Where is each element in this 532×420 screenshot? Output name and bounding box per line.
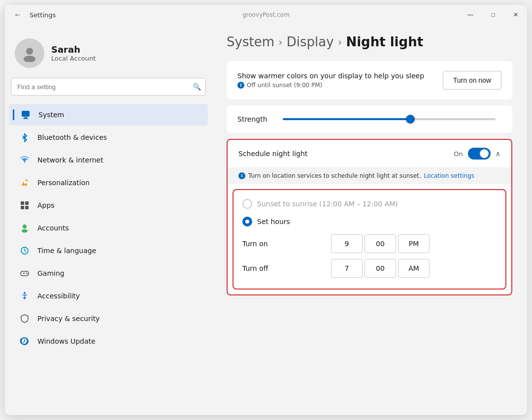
schedule-title: Schedule night light (238, 150, 307, 158)
sidebar-item-accessibility[interactable]: Accessibility (9, 285, 208, 307)
slider-thumb[interactable] (406, 115, 415, 124)
night-light-status: i Off until sunset (9:00 PM) (237, 82, 424, 89)
location-settings-link[interactable]: Location settings (424, 172, 474, 179)
turn-off-minute[interactable]: 00 (365, 259, 396, 278)
svg-point-5 (24, 162, 26, 163)
sidebar-item-label-personalization: Personalization (37, 179, 90, 187)
breadcrumb-current: Night light (346, 34, 423, 49)
night-light-status-text: Off until sunset (9:00 PM) (247, 82, 322, 89)
turn-off-time-row: Turn off 7 00 AM (242, 259, 497, 278)
turn-on-minute[interactable]: 00 (365, 234, 396, 253)
user-info: Sarah Local Account (51, 44, 96, 62)
user-name: Sarah (51, 44, 96, 55)
sidebar-item-windowsupdate[interactable]: Windows Update (9, 330, 208, 352)
svg-point-11 (23, 225, 27, 228)
turn-off-label: Turn off (242, 264, 282, 272)
sidebar-item-apps[interactable]: Apps (9, 194, 208, 216)
sidebar-item-gaming[interactable]: Gaming (9, 262, 208, 284)
sunset-radio[interactable] (242, 199, 252, 209)
svg-rect-10 (25, 206, 29, 209)
breadcrumb-sep2: › (338, 36, 342, 48)
accounts-icon (19, 222, 31, 234)
sidebar-item-label-windowsupdate: Windows Update (37, 337, 96, 345)
schedule-card: Schedule night light On ∧ i Turn on loca… (227, 139, 512, 295)
night-light-title: Show warmer colors on your display to he… (237, 72, 424, 80)
turn-off-time-inputs: 7 00 AM (331, 259, 430, 278)
toggle-thumb (480, 149, 489, 158)
privacy-icon (19, 313, 31, 324)
sidebar-item-network[interactable]: Network & internet (9, 149, 208, 171)
strength-row: Strength (237, 115, 501, 123)
turn-on-label: Turn on (242, 240, 282, 248)
sidebar-item-privacy[interactable]: Privacy & security (9, 308, 208, 329)
window-controls: — □ ✕ (459, 7, 527, 23)
back-button[interactable]: ← (11, 8, 25, 22)
time-icon (19, 245, 31, 257)
strength-card: Strength (227, 105, 512, 133)
location-notice-text: Turn on location services to schedule ni… (248, 172, 421, 179)
watermark: groovyPost.com (242, 11, 290, 18)
search-input[interactable] (11, 78, 206, 96)
svg-rect-4 (23, 118, 28, 119)
system-icon (20, 109, 32, 121)
schedule-status-label: On (454, 150, 463, 158)
search-container: 🔍 (11, 78, 206, 96)
sidebar-item-bluetooth[interactable]: Bluetooth & devices (9, 127, 208, 148)
turn-off-hour[interactable]: 7 (331, 259, 363, 278)
gaming-icon (19, 267, 31, 279)
turn-on-now-button[interactable]: Turn on now (443, 71, 501, 90)
sidebar-item-personalization[interactable]: Personalization (9, 172, 208, 194)
svg-rect-8 (25, 201, 29, 205)
search-icon: 🔍 (193, 83, 201, 91)
schedule-toggle[interactable] (468, 148, 491, 160)
bluetooth-icon (19, 131, 31, 143)
sidebar: Sarah Local Account 🔍 System (5, 25, 212, 415)
titlebar-left: ← Settings (11, 8, 56, 22)
svg-point-16 (27, 273, 28, 274)
hours-options-card: Sunset to sunrise (12:00 AM – 12:00 AM) … (233, 189, 506, 290)
location-notice: i Turn on location services to schedule … (228, 167, 511, 184)
svg-point-6 (26, 179, 28, 181)
personalization-icon (19, 177, 31, 189)
turn-off-ampm[interactable]: AM (398, 259, 430, 278)
svg-point-15 (26, 273, 27, 274)
chevron-up-icon[interactable]: ∧ (496, 150, 500, 158)
night-light-description: Show warmer colors on your display to he… (237, 72, 424, 89)
apps-icon (19, 199, 31, 211)
turn-on-hour[interactable]: 9 (331, 234, 363, 253)
set-hours-radio[interactable] (242, 217, 252, 226)
main-layout: Sarah Local Account 🔍 System (5, 25, 527, 415)
maximize-button[interactable]: □ (482, 7, 504, 23)
accessibility-icon (19, 290, 31, 302)
avatar (15, 38, 44, 68)
breadcrumb: System › Display › Night light (227, 34, 512, 49)
schedule-right: On ∧ (454, 148, 500, 160)
minimize-button[interactable]: — (459, 7, 482, 23)
sidebar-item-label-system: System (38, 111, 64, 119)
sunset-option-row: Sunset to sunrise (12:00 AM – 12:00 AM) (242, 199, 497, 209)
app-title: Settings (30, 11, 56, 19)
svg-point-1 (24, 56, 35, 62)
sidebar-item-accounts[interactable]: Accounts (9, 217, 208, 239)
network-icon (19, 154, 31, 166)
sidebar-item-label-time: Time & language (37, 247, 96, 255)
user-profile: Sarah Local Account (5, 32, 212, 78)
turn-on-time-row: Turn on 9 00 PM (242, 234, 497, 253)
night-light-card: Show warmer colors on your display to he… (227, 61, 512, 99)
turn-on-ampm[interactable]: PM (398, 234, 430, 253)
set-hours-option-label: Set hours (257, 218, 290, 226)
breadcrumb-display: Display (287, 34, 334, 49)
sidebar-item-system[interactable]: System (9, 104, 208, 126)
svg-point-17 (24, 292, 26, 294)
user-account-type: Local Account (51, 55, 96, 62)
titlebar: ← Settings groovyPost.com — □ ✕ (5, 5, 527, 25)
close-button[interactable]: ✕ (504, 7, 527, 23)
svg-point-12 (22, 229, 28, 233)
strength-slider[interactable] (283, 118, 496, 120)
svg-rect-2 (22, 111, 30, 117)
svg-rect-9 (21, 206, 24, 209)
sidebar-item-label-privacy: Privacy & security (37, 315, 100, 323)
sidebar-item-time[interactable]: Time & language (9, 240, 208, 261)
set-hours-option-row: Set hours (242, 217, 497, 226)
sunset-option-label: Sunset to sunrise (12:00 AM – 12:00 AM) (257, 200, 398, 208)
